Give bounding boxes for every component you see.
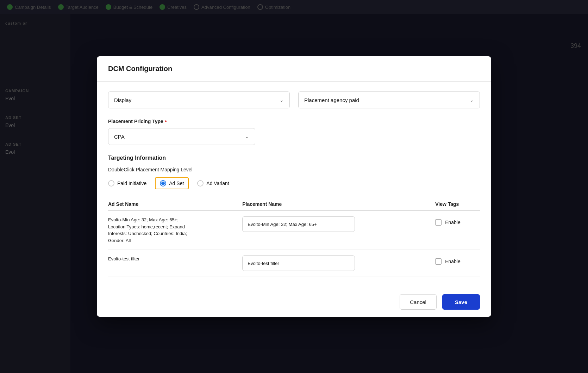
payment-chevron-icon: ⌄	[470, 97, 474, 103]
placement-name-cell-1	[237, 211, 430, 250]
table-header-row: Ad Set Name Placement Name View Tags	[108, 198, 480, 211]
type-payment-row: Display ⌄ Placement agency paid ⌄	[108, 91, 480, 108]
mapping-level-label: DoubleClick Placement Mapping Level	[108, 167, 480, 172]
enable-label-1: Enable	[445, 220, 461, 225]
table-row: Evolto-Min Age: 32; Max Age: 65+;Locatio…	[108, 211, 480, 250]
payment-dropdown-value: Placement agency paid	[304, 97, 359, 103]
view-tags-cell-2: Enable	[430, 250, 480, 277]
payment-dropdown-wrapper: Placement agency paid ⌄	[298, 91, 480, 108]
radio-ad-set[interactable]: Ad Set	[155, 177, 189, 189]
radio-circle-variant	[197, 180, 204, 186]
radio-paid-initiative[interactable]: Paid Initiative	[108, 180, 146, 186]
view-tags-container-2: Enable	[435, 255, 480, 265]
payment-dropdown[interactable]: Placement agency paid ⌄	[298, 91, 480, 108]
targeting-section: Targeting Information DoubleClick Placem…	[108, 155, 480, 277]
modal-body: Display ⌄ Placement agency paid ⌄ Placem…	[97, 82, 491, 287]
adset-name-cell-2: Evolto-test filter	[108, 250, 237, 277]
pricing-dropdown-wrapper: CPA ⌄	[108, 128, 255, 145]
col-header-placement: Placement Name	[237, 198, 430, 211]
type-dropdown-wrapper: Display ⌄	[108, 91, 290, 108]
pricing-dropdown[interactable]: CPA ⌄	[108, 128, 255, 145]
required-indicator: •	[165, 118, 167, 125]
view-tags-cell-1: Enable	[430, 211, 480, 250]
modal-title: DCM Configuration	[108, 65, 480, 73]
modal-header: DCM Configuration	[97, 56, 491, 82]
adset-name-cell-1: Evolto-Min Age: 32; Max Age: 65+;Locatio…	[108, 211, 237, 250]
table-body: Evolto-Min Age: 32; Max Age: 65+;Locatio…	[108, 211, 480, 277]
radio-circle-paid	[108, 180, 114, 186]
radio-group: Paid Initiative Ad Set Ad Variant	[108, 177, 480, 189]
view-tags-checkbox-1[interactable]	[435, 219, 442, 226]
pricing-section: Placement Pricing Type • CPA ⌄	[108, 118, 480, 145]
type-chevron-icon: ⌄	[280, 97, 284, 103]
adset-name-text-1: Evolto-Min Age: 32; Max Age: 65+;Locatio…	[108, 216, 207, 244]
placement-table: Ad Set Name Placement Name View Tags	[108, 198, 480, 277]
view-tags-container-1: Enable	[435, 216, 480, 226]
radio-circle-adset	[160, 180, 166, 186]
type-dropdown-value: Display	[114, 97, 131, 103]
placement-name-input-2[interactable]	[242, 255, 355, 271]
table-row: Evolto-test filter Enable	[108, 250, 480, 277]
cancel-button[interactable]: Cancel	[400, 294, 437, 310]
type-dropdown[interactable]: Display ⌄	[108, 91, 290, 108]
adset-name-text-2: Evolto-test filter	[108, 255, 207, 263]
placement-name-cell-2	[237, 250, 430, 277]
radio-label-variant: Ad Variant	[206, 181, 229, 186]
radio-label-adset: Ad Set	[169, 181, 184, 186]
dcm-config-modal: DCM Configuration Display ⌄ Placement ag…	[97, 56, 491, 317]
targeting-title: Targeting Information	[108, 155, 480, 161]
modal-footer: Cancel Save	[97, 287, 491, 317]
pricing-label: Placement Pricing Type •	[108, 118, 480, 125]
pricing-chevron-icon: ⌄	[245, 134, 249, 139]
col-header-viewtags: View Tags	[430, 198, 480, 211]
radio-ad-variant[interactable]: Ad Variant	[197, 180, 229, 186]
modal-overlay: DCM Configuration Display ⌄ Placement ag…	[0, 0, 588, 373]
view-tags-checkbox-2[interactable]	[435, 258, 442, 265]
enable-label-2: Enable	[445, 259, 461, 264]
radio-label-paid: Paid Initiative	[117, 181, 146, 186]
placement-name-input-1[interactable]	[242, 216, 355, 232]
pricing-dropdown-value: CPA	[114, 134, 125, 140]
save-button[interactable]: Save	[442, 294, 480, 310]
col-header-adset: Ad Set Name	[108, 198, 237, 211]
